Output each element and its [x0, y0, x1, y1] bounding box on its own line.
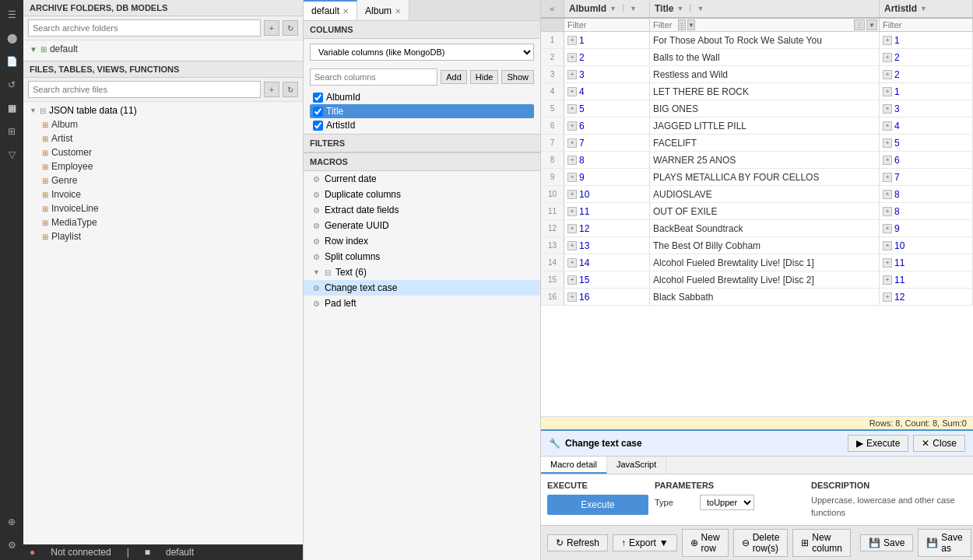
cell-title[interactable]: WARNER 25 ANOS: [650, 152, 880, 168]
tree-item-mediatype[interactable]: ⊞MediaType: [23, 215, 303, 229]
cell-artistid-expand-btn[interactable]: +: [883, 292, 892, 302]
tree-item-invoice[interactable]: ⊞Invoice: [23, 187, 303, 201]
sidebar-settings-icon[interactable]: ⚙: [3, 537, 20, 554]
macro-close-btn[interactable]: ✕ Close: [913, 435, 965, 452]
cell-title[interactable]: Alcohol Fueled Brewtality Live! [Disc 1]: [650, 254, 880, 271]
macro-item-split-columns[interactable]: ⚙Split columns: [304, 249, 540, 264]
tab-default[interactable]: default✕: [304, 0, 357, 20]
cell-artistid[interactable]: + 5: [880, 135, 973, 151]
cell-title[interactable]: For Those About To Rock We Salute You: [650, 32, 880, 48]
columns-add-btn[interactable]: Add: [441, 70, 467, 84]
macro-item-extract-date-fields[interactable]: ⚙Extract date fields: [304, 202, 540, 218]
sidebar-nav-icon[interactable]: ▽: [3, 146, 20, 163]
cell-expand-btn[interactable]: +: [567, 138, 577, 148]
cell-artistid[interactable]: + 6: [880, 152, 973, 168]
macro-item-duplicate-columns[interactable]: ⚙Duplicate columns: [304, 187, 540, 202]
cell-artistid[interactable]: + 7: [880, 169, 973, 185]
cell-expand-btn[interactable]: +: [567, 156, 577, 165]
macro-item-change-text-case[interactable]: ⚙Change text case: [304, 280, 540, 296]
macro-item-pad-left[interactable]: ⚙Pad left: [304, 296, 540, 311]
macro-execute-btn[interactable]: ▶ Execute: [848, 435, 908, 452]
tab-close-icon[interactable]: ✕: [395, 7, 401, 16]
archive-refresh-btn[interactable]: ↻: [283, 20, 298, 36]
cell-artistid-expand-btn[interactable]: +: [883, 241, 892, 250]
cell-albumid[interactable]: + 11: [564, 203, 650, 219]
files-add-btn[interactable]: +: [264, 82, 279, 97]
col-albumid-sort[interactable]: ▼: [609, 5, 616, 12]
table-row[interactable]: 2 + 2 Balls to the Wall + 2: [541, 49, 973, 66]
columns-hide-btn[interactable]: Hide: [470, 70, 499, 84]
cell-artistid-expand-btn[interactable]: +: [883, 121, 892, 131]
macro-item-current-date[interactable]: ⚙Current date: [304, 171, 540, 187]
cell-title[interactable]: BackBeat Soundtrack: [650, 220, 880, 236]
cell-expand-btn[interactable]: +: [567, 275, 577, 285]
cell-expand-btn[interactable]: +: [567, 173, 577, 182]
param-type-select[interactable]: toUppertoLowertoTitle: [700, 495, 754, 510]
macro-item-row-index[interactable]: ⚙Row index: [304, 233, 540, 249]
table-row[interactable]: 9 + 9 PLAYS METALLICA BY FOUR CELLOS + 7: [541, 169, 973, 186]
cell-albumid[interactable]: + 9: [564, 169, 650, 185]
cell-artistid[interactable]: + 11: [880, 254, 973, 271]
table-row[interactable]: 12 + 12 BackBeat Soundtrack + 9: [541, 220, 973, 237]
cell-artistid[interactable]: + 9: [880, 220, 973, 236]
cell-albumid[interactable]: + 12: [564, 220, 650, 236]
col-albumid-filter[interactable]: ▼: [630, 5, 637, 12]
cell-artistid[interactable]: + 2: [880, 66, 973, 82]
sidebar-document-icon[interactable]: 📄: [3, 53, 20, 70]
column-checkbox[interactable]: [313, 107, 323, 117]
cell-artistid-expand-btn[interactable]: +: [883, 138, 892, 148]
cell-expand-btn[interactable]: +: [567, 241, 577, 250]
columns-search-input[interactable]: [310, 68, 437, 86]
table-row[interactable]: 11 + 11 OUT OF EXILE + 8: [541, 203, 973, 220]
column-checkbox[interactable]: [313, 121, 323, 131]
cell-albumid[interactable]: + 1: [564, 32, 650, 48]
cell-expand-btn[interactable]: +: [567, 36, 577, 45]
col-albumid-menu[interactable]: ⋮: [620, 5, 627, 12]
macro-item-generate-uuid[interactable]: ⚙Generate UUID: [304, 218, 540, 233]
cell-title[interactable]: FACELIFT: [650, 135, 880, 151]
col-title-menu[interactable]: ⋮: [687, 5, 694, 12]
cell-albumid[interactable]: + 7: [564, 135, 650, 151]
cell-artistid-expand-btn[interactable]: +: [883, 224, 892, 233]
col-title-filter[interactable]: ▼: [697, 5, 704, 12]
cell-artistid-expand-btn[interactable]: +: [883, 87, 892, 96]
tree-item-genre[interactable]: ⊞Genre: [23, 173, 303, 187]
tree-item-employee[interactable]: ⊞Employee: [23, 159, 303, 173]
cell-title[interactable]: Black Sabbath: [650, 289, 880, 305]
cell-albumid[interactable]: + 8: [564, 152, 650, 168]
cell-expand-btn[interactable]: +: [567, 190, 577, 199]
cell-albumid[interactable]: + 5: [564, 100, 650, 117]
table-row[interactable]: 15 + 15 Alcohol Fueled Brewtality Live! …: [541, 271, 973, 289]
table-row[interactable]: 8 + 8 WARNER 25 ANOS + 6: [541, 152, 973, 169]
cell-artistid[interactable]: + 1: [880, 83, 973, 100]
export-btn[interactable]: ↑ Export ▼: [613, 534, 677, 551]
archive-add-btn[interactable]: +: [264, 20, 279, 36]
tree-item-playlist[interactable]: ⊞Playlist: [23, 229, 303, 243]
column-item-artistid[interactable]: ArtistId: [310, 118, 534, 132]
detail-tab-macrodetail[interactable]: Macro detail: [541, 457, 607, 474]
cell-artistid-expand-btn[interactable]: +: [883, 275, 892, 285]
default-folder-row[interactable]: ▼ ⊞ default: [23, 40, 303, 58]
table-row[interactable]: 10 + 10 AUDIOSLAVE + 8: [541, 186, 973, 203]
cell-expand-btn[interactable]: +: [567, 121, 577, 131]
cell-expand-btn[interactable]: +: [567, 53, 577, 62]
tree-item-artist[interactable]: ⊞Artist: [23, 131, 303, 145]
cell-artistid-expand-btn[interactable]: +: [883, 173, 892, 182]
column-item-albumid[interactable]: AlbumId: [310, 90, 534, 104]
sidebar-history-icon[interactable]: ↺: [3, 76, 20, 93]
cell-artistid-expand-btn[interactable]: +: [883, 156, 892, 165]
cell-title[interactable]: AUDIOSLAVE: [650, 186, 880, 202]
tree-item-customer[interactable]: ⊞Customer: [23, 145, 303, 159]
cell-albumid[interactable]: + 3: [564, 66, 650, 82]
cell-expand-btn[interactable]: +: [567, 104, 577, 114]
cell-artistid-expand-btn[interactable]: +: [883, 70, 892, 79]
cell-artistid-expand-btn[interactable]: +: [883, 258, 892, 268]
cell-title[interactable]: Alcohol Fueled Brewtality Live! [Disc 2]: [650, 271, 880, 288]
cell-albumid[interactable]: + 2: [564, 49, 650, 65]
cell-artistid[interactable]: + 3: [880, 100, 973, 117]
cell-expand-btn[interactable]: +: [567, 224, 577, 233]
sidebar-layers-icon[interactable]: ⊕: [3, 513, 20, 530]
save-btn[interactable]: 💾 Save: [860, 534, 913, 551]
cell-expand-btn[interactable]: +: [567, 207, 577, 216]
cell-title[interactable]: OUT OF EXILE: [650, 203, 880, 219]
